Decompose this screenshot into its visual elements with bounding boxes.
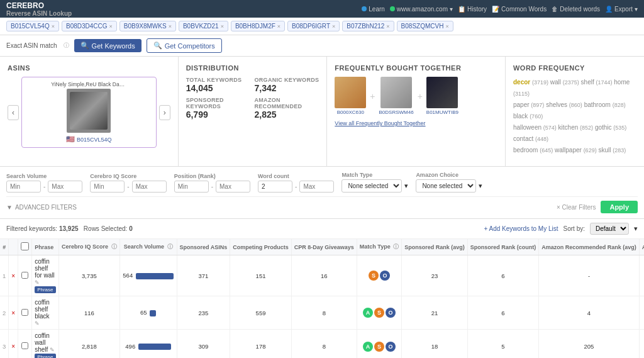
wf-count: (897) — [531, 102, 544, 108]
row-checkbox-input[interactable] — [21, 272, 28, 279]
amazon-choice-filter: Amazon Choice None selected ▾ — [416, 172, 482, 193]
filter-separator: - — [211, 183, 213, 190]
asin-chip[interactable]: B015CVL54Q × — [6, 21, 59, 31]
remove-asin-icon[interactable]: × — [52, 23, 55, 30]
edit-icon[interactable]: ✎ — [35, 320, 40, 327]
position-rank-min-input[interactable] — [174, 181, 209, 193]
amazon-dropdown[interactable]: www.amazon.com ▾ — [390, 6, 453, 13]
col-checkbox — [18, 239, 32, 255]
sv-bar-icon[interactable] — [150, 310, 156, 316]
match-type: ASO — [357, 296, 401, 330]
history-icon: 📋 — [458, 6, 465, 13]
sv-bar-icon[interactable] — [136, 273, 174, 279]
clear-filters-label: Clear Filters — [562, 204, 596, 211]
apply-button[interactable]: Apply — [601, 201, 638, 213]
cerebro-iq-min-input[interactable] — [90, 181, 125, 193]
phrase-cell: coffin shelf black ✎ — [32, 296, 59, 330]
match-badge-o: O — [386, 308, 396, 318]
advanced-filters-button[interactable]: ▼ ADVANCED FILTERS — [6, 204, 77, 211]
product-box: YiNely Simple,ReU Black Damask Self-Adhe… — [21, 77, 157, 148]
clear-filters-button[interactable]: × Clear Filters — [557, 204, 596, 211]
cpr: 16 — [291, 255, 357, 296]
search-volume-max-input[interactable] — [48, 181, 82, 193]
app-title-area: CEREBRO Reverse ASIN Lookup — [6, 1, 72, 17]
phrase-text: coffin wall shelf — [35, 332, 50, 353]
select-all-checkbox[interactable] — [21, 242, 29, 250]
fbt-product-id-2: B0DSRSWM46 — [379, 109, 414, 115]
row-checkbox-input[interactable] — [21, 342, 28, 349]
match-type-select[interactable]: None selected — [341, 179, 402, 193]
remove-asin-icon[interactable]: × — [332, 23, 335, 30]
edit-icon[interactable]: ✎ — [35, 279, 40, 286]
wf-count: (448) — [535, 136, 548, 142]
phrase-tag: Phrase — [35, 354, 55, 358]
match-badge-s: S — [369, 271, 379, 281]
amazon-dot — [390, 6, 395, 11]
advanced-filters-row: ▼ ADVANCED FILTERS × Clear Filters Apply — [6, 196, 638, 213]
asin-bar: B015CVL54Q × B08D3D4CCG × B0B9X8MWKS × B… — [0, 18, 644, 35]
remove-asin-icon[interactable]: × — [221, 23, 224, 30]
table-row: 2 × coffin shelf black ✎ 116 65 235 559 … — [0, 296, 644, 330]
history-label: History — [467, 6, 487, 13]
remove-asin-icon[interactable]: × — [386, 23, 389, 30]
learn-button[interactable]: Learn — [362, 6, 385, 13]
get-keywords-button[interactable]: 🔍 Get Keywords — [74, 39, 142, 52]
row-checkbox-input[interactable] — [21, 309, 28, 316]
info-icon: ⓘ — [111, 243, 117, 250]
remove-asin-icon[interactable]: × — [445, 23, 448, 30]
word-count-max-input[interactable] — [299, 181, 334, 193]
row-checkbox[interactable] — [18, 255, 32, 296]
asin-chip[interactable]: B0BH8DJM2F × — [231, 21, 285, 31]
cerebro-iq-max-input[interactable] — [132, 181, 167, 193]
carousel-prev-button[interactable]: ‹ — [8, 105, 19, 120]
search-volume: 564 — [119, 255, 177, 296]
col-sponsored-avg: Sponsored Rank (avg) — [402, 239, 468, 255]
get-competitors-button[interactable]: 🔍 Get Competitors — [147, 38, 222, 53]
asin-value: B0BVKZD21 — [183, 23, 219, 30]
amazon-recommended-label: AMAZON RECOMMENDED — [254, 97, 319, 109]
asin-chip[interactable]: B08SZQMCVH × — [397, 21, 453, 31]
fbt-product-image-2 — [380, 77, 412, 108]
sv-bar-icon[interactable] — [138, 344, 171, 350]
distribution-grid: TOTAL KEYWORDS 14,045 ORGANIC KEYWORDS 7… — [186, 77, 319, 120]
asin-chip[interactable]: B0B9X8MWKS × — [119, 21, 176, 31]
sort-select[interactable]: Default — [590, 223, 629, 235]
asin-chip[interactable]: B07ZBhN212 × — [342, 21, 394, 31]
remove-asin-icon[interactable]: × — [277, 23, 280, 30]
remove-asin-icon[interactable]: × — [169, 23, 172, 30]
col-sponsored-asins: Sponsored ASINs — [177, 239, 230, 255]
asin-chip[interactable]: B0BVKZD21 × — [179, 21, 228, 31]
amazon-choice-select[interactable]: None selected — [416, 179, 476, 193]
asin-chip[interactable]: B08DP6IGRT × — [287, 21, 340, 31]
carousel-next-button[interactable]: › — [159, 105, 170, 120]
word-count-min-input[interactable] — [258, 181, 292, 193]
word-count-inputs: - — [258, 181, 334, 193]
row-num: 3 — [0, 330, 9, 359]
add-keywords-button[interactable]: + Add Keywords to My List — [484, 225, 558, 232]
row-remove[interactable]: × — [9, 296, 18, 330]
amazon-choice-label: Amazon Choice — [416, 172, 482, 178]
row-remove[interactable]: × — [9, 330, 18, 359]
table-row: 3 × coffin wall shelf ✎ Phrase 2,818 496… — [0, 330, 644, 359]
row-checkbox[interactable] — [18, 296, 32, 330]
history-button[interactable]: 📋 History — [458, 6, 487, 13]
position-rank-max-input[interactable] — [216, 181, 250, 193]
remove-row-button[interactable]: × — [11, 272, 15, 279]
row-remove[interactable]: × — [9, 255, 18, 296]
export-button[interactable]: 👤 Export ▾ — [605, 6, 638, 13]
asin-chip[interactable]: B08D3D4CCG × — [62, 21, 117, 31]
app-subtitle: Reverse ASIN Lookup — [6, 10, 72, 17]
edit-icon[interactable]: ✎ — [50, 347, 55, 353]
row-checkbox[interactable] — [18, 330, 32, 359]
common-words-button[interactable]: 📝 Common Words — [492, 6, 547, 13]
view-all-fbt-link[interactable]: View all Frequently Bought Together — [335, 120, 425, 126]
match-badge-a: A — [363, 308, 373, 318]
sponsored-rank-count: 6 — [467, 255, 539, 296]
position-rank-filter: Position (Rank) - — [174, 173, 250, 193]
deleted-words-button[interactable]: 🗑 Deleted words — [552, 6, 600, 13]
remove-row-button[interactable]: × — [11, 310, 15, 316]
remove-row-button[interactable]: × — [11, 343, 15, 350]
remove-asin-icon[interactable]: × — [109, 23, 113, 30]
match-badge-a: A — [363, 342, 373, 352]
search-volume-min-input[interactable] — [6, 181, 41, 193]
